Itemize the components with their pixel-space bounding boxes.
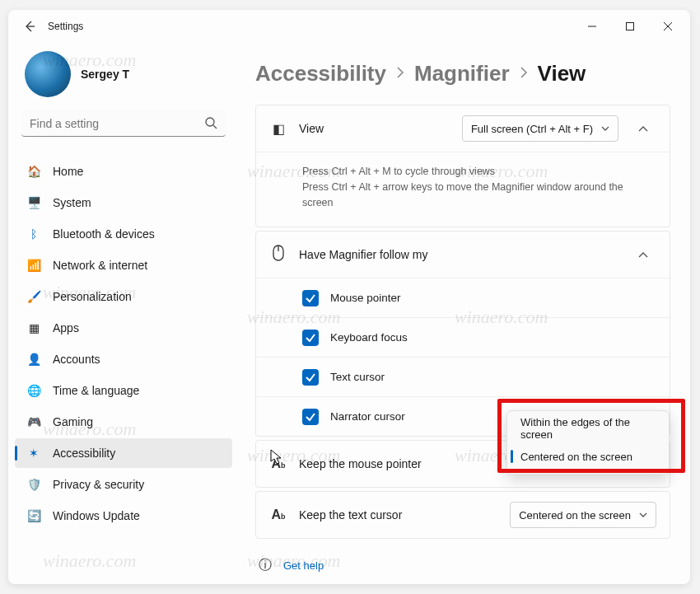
- view-description: Press Ctrl + Alt + M to cycle through vi…: [256, 152, 670, 227]
- checkbox-label: Mouse pointer: [330, 292, 401, 304]
- keyboard-focus-row: Keyboard focus: [256, 317, 670, 357]
- search-icon: [204, 116, 217, 133]
- gaming-icon: 🎮: [26, 414, 41, 429]
- help-icon: ⓘ: [259, 557, 272, 574]
- main-content: Accessibility Magnifier View ◧ View Full…: [239, 43, 690, 584]
- text-cursor-checkbox[interactable]: [302, 369, 319, 386]
- check-icon: [305, 411, 316, 423]
- sidebar-item-gaming[interactable]: 🎮Gaming: [15, 407, 232, 437]
- accounts-icon: 👤: [26, 352, 41, 367]
- close-button[interactable]: [649, 10, 687, 43]
- follow-card: Have Magnifier follow my Mouse pointer K…: [255, 231, 670, 437]
- chevron-right-icon: [520, 66, 528, 82]
- chevron-down-icon: [639, 512, 647, 517]
- sidebar-item-label: Windows Update: [53, 509, 140, 522]
- sidebar-item-network[interactable]: 📶Network & internet: [15, 250, 232, 280]
- time-language-icon: 🌐: [26, 383, 41, 398]
- svg-rect-0: [627, 23, 634, 30]
- sidebar-item-label: Time & language: [53, 384, 139, 397]
- collapse-button[interactable]: [630, 241, 656, 268]
- chevron-up-icon: [638, 125, 648, 132]
- view-dropdown[interactable]: Full screen (Ctrl + Alt + F): [462, 115, 618, 142]
- search-input[interactable]: [21, 110, 226, 137]
- sidebar-item-privacy[interactable]: 🛡️Privacy & security: [15, 470, 232, 499]
- privacy-icon: 🛡️: [26, 477, 41, 492]
- sidebar-item-label: Network & internet: [53, 259, 147, 272]
- minimize-icon: [588, 22, 596, 30]
- accessibility-icon: ✶: [26, 446, 41, 461]
- narrator-cursor-checkbox[interactable]: [302, 409, 319, 425]
- dropdown-value: Full screen (Ctrl + Alt + F): [471, 123, 593, 135]
- sidebar-item-label: Accessibility: [53, 447, 115, 460]
- sidebar-item-time-language[interactable]: 🌐Time & language: [15, 376, 232, 405]
- view-card: ◧ View Full screen (Ctrl + Alt + F) Pres…: [255, 105, 670, 227]
- bluetooth-icon: ᛒ: [26, 227, 41, 241]
- sidebar-item-system[interactable]: 🖥️System: [15, 188, 232, 217]
- sidebar-item-home[interactable]: 🏠Home: [15, 157, 232, 186]
- user-profile[interactable]: Sergey T: [15, 43, 232, 110]
- network-icon: 📶: [26, 258, 41, 273]
- sidebar-item-label: Home: [53, 165, 83, 178]
- maximize-icon: [626, 22, 634, 30]
- sidebar-item-label: Personalization: [53, 290, 132, 303]
- dropdown-value: Centered on the screen: [519, 509, 631, 522]
- get-help-row: ⓘ Get help: [255, 542, 670, 574]
- breadcrumb-accessibility[interactable]: Accessibility: [255, 61, 386, 87]
- system-icon: 🖥️: [26, 195, 41, 210]
- mouse-pointer-row: Mouse pointer: [256, 278, 670, 317]
- text-cursor-card: Ab Keep the text cursor Centered on the …: [255, 491, 670, 539]
- update-icon: 🔄: [26, 508, 41, 523]
- apps-icon: ▦: [26, 320, 41, 335]
- collapse-button[interactable]: [630, 115, 656, 142]
- minimize-button[interactable]: [573, 10, 611, 43]
- avatar: [25, 51, 71, 97]
- option-centered[interactable]: Centered on the screen: [507, 442, 669, 470]
- search-box: [21, 110, 226, 137]
- back-button[interactable]: [12, 10, 48, 43]
- text-cursor-row: Text cursor: [256, 357, 670, 396]
- sidebar-item-apps[interactable]: ▦Apps: [15, 313, 232, 343]
- sidebar-item-label: Apps: [53, 321, 79, 334]
- sidebar-item-label: System: [53, 196, 91, 209]
- breadcrumb-magnifier[interactable]: Magnifier: [414, 61, 510, 87]
- close-icon: [664, 22, 672, 30]
- chevron-right-icon: [396, 66, 404, 82]
- sidebar-item-accounts[interactable]: 👤Accounts: [15, 344, 232, 374]
- maximize-button[interactable]: [611, 10, 649, 43]
- check-icon: [305, 292, 316, 304]
- nav: 🏠Home 🖥️System ᛒBluetooth & devices 📶Net…: [15, 157, 232, 531]
- mouse-pointer-dropdown-popup: Within the edges of the screen Centered …: [506, 410, 670, 475]
- mouse-pointer-checkbox[interactable]: [302, 290, 319, 306]
- breadcrumb: Accessibility Magnifier View: [255, 61, 670, 87]
- personalization-icon: 🖌️: [26, 289, 41, 304]
- sidebar-item-label: Privacy & security: [53, 478, 144, 491]
- checkbox-label: Narrator cursor: [330, 410, 405, 423]
- text-cursor-dropdown[interactable]: Centered on the screen: [510, 502, 656, 528]
- checkbox-label: Keyboard focus: [330, 331, 408, 344]
- sidebar-item-bluetooth[interactable]: ᛒBluetooth & devices: [15, 219, 232, 249]
- text-cursor-icon: Ab: [269, 507, 287, 522]
- chevron-down-icon: [601, 126, 609, 131]
- titlebar: Settings: [8, 10, 690, 43]
- window-title: Settings: [48, 21, 83, 32]
- sidebar-item-label: Accounts: [53, 353, 100, 366]
- sidebar-item-label: Gaming: [53, 415, 93, 428]
- user-name: Sergey T: [81, 68, 129, 81]
- follow-label: Have Magnifier follow my: [299, 248, 618, 261]
- breadcrumb-view: View: [538, 61, 586, 87]
- get-help-link[interactable]: Get help: [283, 559, 324, 572]
- mouse-icon: [269, 245, 287, 264]
- text-cursor-icon: Ab: [269, 456, 287, 471]
- sidebar-item-accessibility[interactable]: ✶Accessibility: [15, 438, 232, 468]
- sidebar-item-personalization[interactable]: 🖌️Personalization: [15, 282, 232, 311]
- back-arrow-icon: [23, 20, 36, 33]
- svg-point-1: [206, 118, 214, 126]
- keyboard-focus-checkbox[interactable]: [302, 330, 319, 346]
- sidebar-item-windows-update[interactable]: 🔄Windows Update: [15, 501, 232, 531]
- sidebar-item-label: Bluetooth & devices: [53, 227, 155, 241]
- text-cursor-label: Keep the text cursor: [299, 508, 498, 522]
- check-icon: [305, 372, 316, 383]
- home-icon: 🏠: [26, 164, 41, 179]
- option-within-edges[interactable]: Within the edges of the screen: [507, 414, 669, 442]
- chevron-up-icon: [638, 251, 648, 258]
